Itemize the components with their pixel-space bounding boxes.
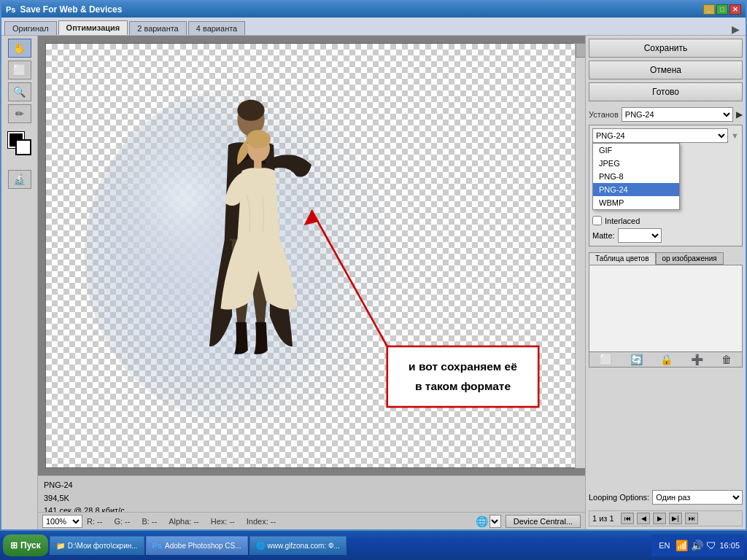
matte-label: Matte: [592,231,615,240]
taskbar-item-browser[interactable]: 🌐 www.gifzona.com: Ф... [249,536,347,555]
taskbar-item-photoshop[interactable]: Ps Adobe Photoshop CS... [146,536,248,555]
device-central-button[interactable]: Device Central... [506,515,581,528]
prev-frame-button[interactable]: ◀ [637,513,650,524]
format-arrow-icon: ▼ [731,131,739,140]
presets-row: Установ PNG-24 ▶ [589,107,743,122]
canvas-column: и вот сохраняем её в таком формате [38,36,585,529]
tab-2-variants[interactable]: 2 варианта [129,21,187,35]
ct-tool-2[interactable]: 🔄 [630,354,643,365]
ct-tool-3[interactable]: 🔒 [660,354,673,365]
canvas-image: и вот сохраняем её в таком формате [46,44,577,467]
zoom-tool[interactable]: 🔍 [8,82,31,101]
background-color[interactable] [15,139,31,155]
format-option-png24[interactable]: PNG-24 [593,183,679,196]
svg-point-3 [237,100,264,121]
taskbar-browser-label: www.gifzona.com: Ф... [268,542,340,550]
size-info: 394,5K [44,492,579,505]
g-label: G: -- [114,517,130,526]
hand-tool[interactable]: ✋ [8,39,31,58]
language-indicator[interactable]: EN [656,540,673,551]
cancel-button[interactable]: Отмена [589,61,743,79]
format-option-gif[interactable]: GIF [593,144,679,157]
save-button[interactable]: Сохранить [589,39,743,58]
browser-select[interactable]: ▾ [489,515,501,528]
format-dropdown-menu: GIF JPEG PNG-8 PNG-24 WBMP [592,143,680,210]
taskbar: ⊞ Пуск 📁 D:\Мои фото\скрин... Ps Adobe P… [0,531,747,560]
ct-tool-5[interactable]: 🗑 [721,354,732,365]
tab-color-table[interactable]: Таблица цветов [589,252,656,265]
r-label: R: -- [87,517,102,526]
vertical-scrollbar[interactable] [575,43,585,468]
frame-counter: 1 из 1 [592,514,618,523]
close-button[interactable]: ✕ [729,4,741,15]
format-info: PNG-24 [44,479,579,492]
color-table-toolbar: ⬜ 🔄 🔒 ➕ 🗑 [589,352,743,368]
svg-point-6 [247,130,271,148]
svg-text:в таком формате: в таком формате [415,380,511,392]
done-button[interactable]: Готово [589,82,743,101]
ct-tool-1[interactable]: ⬜ [600,354,612,365]
folder-icon: 📁 [56,542,65,550]
browser-icon: 🌐 [256,542,265,550]
matte-select[interactable] [618,228,662,243]
windows-logo-icon: ⊞ [10,540,18,551]
format-select[interactable]: PNG-24 GIF JPEG PNG-8 WBMP [592,128,728,143]
window-controls: _ □ ✕ [703,4,741,15]
interlaced-checkbox[interactable] [592,216,602,225]
status-bar: PNG-24 394,5K 141 сек @ 28,8 кбит/с [38,475,585,512]
eyedropper-tool-2[interactable]: 🔬 [8,170,31,189]
zoom-select[interactable]: 100% 50% 200% [42,515,82,528]
scrollbar-thumb[interactable] [576,43,585,58]
ct-tool-4[interactable]: ➕ [691,354,703,365]
taskbar-tray: EN 📶 🔊 🛡 16:05 [651,534,744,556]
play-button[interactable]: ▶ [653,513,666,524]
presets-more-icon[interactable]: ▶ [736,109,743,120]
tab-arrow-icon: ▶ [732,23,743,35]
hex-label: Hex: -- [211,517,235,526]
format-option-wbmp[interactable]: WBMP [593,196,679,209]
select-tool[interactable]: ⬜ [8,61,31,79]
main-content: ✋ ⬜ 🔍 ✏ 🔬 [1,36,746,529]
start-button[interactable]: ⊞ Пуск [3,534,48,556]
tab-original[interactable]: Оригинал [4,21,57,35]
taskbar-photoshop-label: Adobe Photoshop CS... [165,542,241,550]
alpha-label: Alpha: -- [169,517,199,526]
animation-controls: 1 из 1 ⏮ ◀ ▶ ▶| ⏭ [589,510,743,526]
ps-icon: Ps [6,5,15,14]
start-label: Пуск [20,540,41,551]
interlaced-label: Interlaced [605,217,640,225]
maximize-button[interactable]: □ [716,4,728,15]
index-label: Index: -- [247,517,276,526]
tab-4-variants[interactable]: 4 варианта [188,21,246,35]
looping-row: Looping Options: Один раз [589,490,743,505]
view-tabs: Оригинал Оптимизация 2 варианта 4 вариан… [1,18,746,36]
taskbar-item-folder[interactable]: 📁 D:\Мои фото\скрин... [50,536,144,555]
format-area: PNG-24 GIF JPEG PNG-8 WBMP ▼ GIF JPEG PN… [589,125,743,246]
presets-select[interactable]: PNG-24 [622,107,733,122]
looping-select[interactable]: Один раз [652,490,743,505]
photoshop-icon: Ps [152,541,162,550]
tab-image-size[interactable]: ор изображения [656,252,724,265]
format-row: PNG-24 GIF JPEG PNG-8 WBMP ▼ [592,128,739,143]
canvas-area: и вот сохраняем её в таком формате [38,36,585,475]
taskbar-folder-label: D:\Мои фото\скрин... [68,542,138,550]
right-panel: Сохранить Отмена Готово Установ PNG-24 ▶… [585,36,746,529]
format-option-png8[interactable]: PNG-8 [593,170,679,183]
looping-label: Looping Options: [589,493,649,502]
left-toolbar: ✋ ⬜ 🔍 ✏ 🔬 [1,36,38,529]
canvas-inner: и вот сохраняем её в таком формате [46,44,577,467]
network-icon: 📶 [676,540,688,551]
matte-row: Matte: [592,228,739,243]
eyedropper-tool[interactable]: ✏ [8,104,31,123]
next-frame-button[interactable]: ▶| [669,513,682,524]
first-frame-button[interactable]: ⏮ [621,513,634,524]
format-option-jpeg[interactable]: JPEG [593,157,679,170]
tab-optimized[interactable]: Оптимизация [58,20,128,35]
last-frame-button[interactable]: ⏭ [685,513,698,524]
antivirus-icon: 🛡 [706,540,716,551]
bottom-bar: 100% 50% 200% R: -- G: -- B: -- Alpha: -… [38,512,585,529]
minimize-button[interactable]: _ [703,4,715,15]
color-table-section: Таблица цветов ор изображения ⬜ 🔄 🔒 ➕ 🗑 [589,252,743,484]
globe-area: 🌐 ▾ [476,515,501,528]
main-dialog: Ps Save For Web & Devices _ □ ✕ Оригинал… [0,0,747,531]
